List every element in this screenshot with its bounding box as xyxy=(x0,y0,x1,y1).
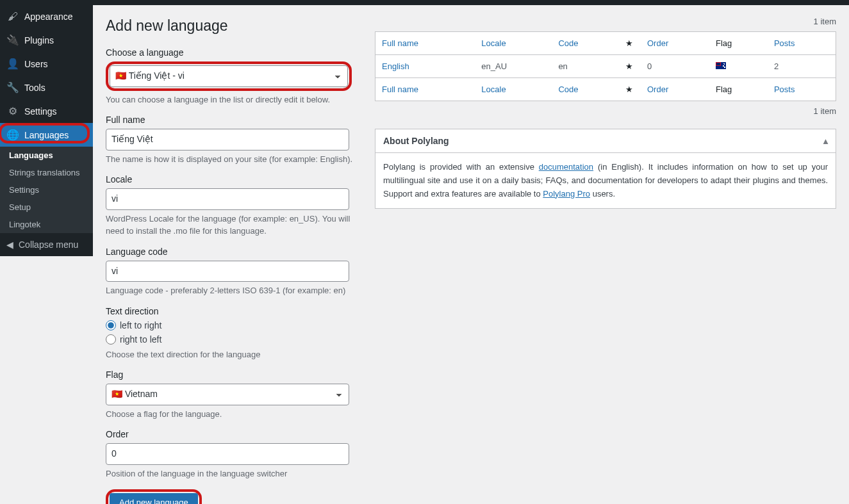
about-polylang-header[interactable]: About Polylang ▴ xyxy=(375,129,836,153)
colf-order[interactable]: Order xyxy=(641,78,709,101)
colf-default[interactable]: ★ xyxy=(618,78,641,101)
about-polylang-title: About Polylang xyxy=(383,136,449,146)
col-order[interactable]: Order xyxy=(641,32,709,55)
code-label: Language code xyxy=(106,247,362,257)
col-fullname[interactable]: Full name xyxy=(375,32,475,55)
sidebar-item-languages[interactable]: 🌐Languages xyxy=(0,123,93,147)
plug-icon: 🔌 xyxy=(6,34,19,46)
page-title: Add new language xyxy=(106,17,362,35)
colf-code[interactable]: Code xyxy=(552,78,618,101)
colf-fullname[interactable]: Full name xyxy=(375,78,475,101)
row-default-star[interactable]: ★ xyxy=(618,55,641,78)
admin-sidebar: 🖌Appearance 🔌Plugins 👤Users 🔧Tools ⚙Sett… xyxy=(0,5,93,256)
locale-input[interactable] xyxy=(106,188,349,210)
row-flag xyxy=(709,55,768,78)
col-locale[interactable]: Locale xyxy=(475,32,552,55)
highlight-submit-button: Add new language xyxy=(106,489,202,504)
slider-icon: ⚙ xyxy=(6,105,19,117)
add-language-button[interactable]: Add new language xyxy=(110,493,198,504)
wrench-icon: 🔧 xyxy=(6,81,19,93)
sidebar-item-tools[interactable]: 🔧Tools xyxy=(0,76,93,99)
table-row: English en_AU en ★ 0 2 xyxy=(375,55,836,78)
flag-label: Flag xyxy=(106,370,362,380)
sidebar-sub-strings[interactable]: Strings translations xyxy=(0,164,93,181)
col-flag: Flag xyxy=(709,32,768,55)
colf-flag: Flag xyxy=(709,78,768,101)
brush-icon: 🖌 xyxy=(6,11,19,22)
choose-language-desc: You can choose a language in the list or… xyxy=(106,93,362,106)
collapse-icon: ◀ xyxy=(6,240,13,250)
items-count-bottom: 1 item xyxy=(375,106,836,116)
sidebar-item-plugins[interactable]: 🔌Plugins xyxy=(0,28,93,52)
collapse-menu[interactable]: ◀Collapse menu xyxy=(0,233,93,256)
sidebar-item-settings[interactable]: ⚙Settings xyxy=(0,99,93,123)
row-order: 0 xyxy=(641,55,709,78)
translate-icon: 🌐 xyxy=(6,129,19,141)
admin-toolbar: ⓦ 🏠 Vy Demo site 🗨 0 ＋ New 🏳 Show all la… xyxy=(0,0,849,5)
items-count-top: 1 item xyxy=(375,17,836,26)
col-code[interactable]: Code xyxy=(552,32,618,55)
flag-desc: Choose a flag for the language. xyxy=(106,408,362,421)
order-label: Order xyxy=(106,429,362,439)
direction-rtl-text: right to left xyxy=(120,334,161,345)
fullname-desc: The name is how it is displayed on your … xyxy=(106,153,362,166)
direction-desc: Choose the text direction for the langua… xyxy=(106,348,362,361)
choose-language-label: Choose a language xyxy=(106,47,362,58)
highlight-language-select: 🇻🇳 Tiếng Việt - vi xyxy=(106,61,352,91)
languages-table: Full name Locale Code ★ Order Flag Posts… xyxy=(375,31,836,101)
row-posts: 2 xyxy=(768,55,836,78)
direction-label: Text direction xyxy=(106,306,362,316)
toggle-up-icon: ▴ xyxy=(823,136,828,146)
star-icon: ★ xyxy=(625,38,633,48)
sidebar-item-users[interactable]: 👤Users xyxy=(0,52,93,76)
row-code: en xyxy=(552,55,618,78)
sidebar-submenu-languages: Languages Strings translations Settings … xyxy=(0,147,93,233)
row-locale: en_AU xyxy=(475,55,552,78)
sidebar-sub-languages[interactable]: Languages xyxy=(0,147,93,164)
sidebar-sub-settings[interactable]: Settings xyxy=(0,181,93,199)
direction-rtl-radio[interactable] xyxy=(106,334,116,345)
sidebar-sub-setup[interactable]: Setup xyxy=(0,199,93,216)
code-input[interactable] xyxy=(106,261,349,282)
user-icon: 👤 xyxy=(6,58,19,70)
polylang-pro-link[interactable]: Polylang Pro xyxy=(543,189,590,199)
star-icon: ★ xyxy=(625,61,633,71)
col-posts[interactable]: Posts xyxy=(768,32,836,55)
direction-ltr-text: left to right xyxy=(120,320,161,330)
code-desc: Language code - preferably 2-letters ISO… xyxy=(106,284,362,297)
fullname-input[interactable] xyxy=(106,129,349,150)
col-default[interactable]: ★ xyxy=(618,32,641,55)
colf-posts[interactable]: Posts xyxy=(768,78,836,101)
sidebar-item-appearance[interactable]: 🖌Appearance xyxy=(0,5,93,28)
documentation-link[interactable]: documentation xyxy=(539,162,593,172)
flag-select[interactable]: 🇻🇳 Vietnam xyxy=(106,384,349,405)
fullname-label: Full name xyxy=(106,115,362,125)
direction-ltr-radio[interactable] xyxy=(106,320,116,330)
locale-desc: WordPress Locale for the language (for e… xyxy=(106,213,362,238)
row-fullname-link[interactable]: English xyxy=(382,61,409,71)
locale-label: Locale xyxy=(106,174,362,184)
colf-locale[interactable]: Locale xyxy=(475,78,552,101)
flag-au-icon xyxy=(716,62,726,69)
sidebar-sub-lingotek[interactable]: Lingotek xyxy=(0,216,93,233)
order-input[interactable] xyxy=(106,443,349,465)
about-polylang-box: About Polylang ▴ Polylang is provided wi… xyxy=(375,129,836,209)
order-desc: Position of the language in the language… xyxy=(106,467,362,480)
about-polylang-content: Polylang is provided with an extensive d… xyxy=(375,153,836,208)
star-icon: ★ xyxy=(625,85,633,94)
language-select[interactable]: 🇻🇳 Tiếng Việt - vi xyxy=(110,65,348,87)
